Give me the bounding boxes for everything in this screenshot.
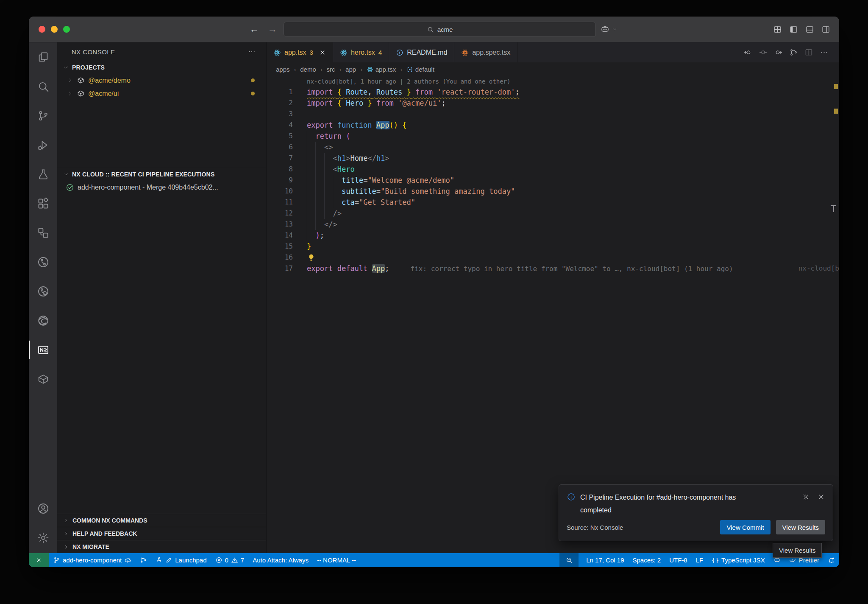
layout-sidebar-left-icon[interactable] [789,25,798,34]
breadcrumb-item-app[interactable]: app [345,66,356,73]
lightbulb-icon[interactable] [307,253,316,262]
notification-toast: CI Pipeline Execution for #add-hero-comp… [559,484,833,541]
section-label: NX MIGRATE [72,543,109,550]
nx-cloud-section-header[interactable]: NX CLOUD :: RECENT CI PIPELINE EXECUTION… [57,168,266,181]
view-commit-button[interactable]: View Commit [720,520,770,534]
copilot-menu[interactable] [600,17,618,42]
status-encoding[interactable]: UTF-8 [665,553,692,567]
status-remote[interactable] [29,553,49,567]
status-commit-graph[interactable] [136,553,151,567]
notification-message: CI Pipeline Execution for #add-hero-comp… [580,491,767,517]
project-item[interactable]: @acme/demo [57,74,266,87]
activity-search[interactable] [29,72,57,101]
forward-arrow-icon[interactable]: → [268,24,277,35]
nav-forward-circle-icon[interactable] [774,48,783,57]
line-content[interactable]: import { Route, Routes } from 'react-rou… [307,87,520,98]
indent-guide [315,219,324,230]
line-content[interactable]: } [307,241,311,252]
warning-icon [231,556,238,564]
activity-containers[interactable] [29,364,57,394]
layout-sidebar-right-icon[interactable] [821,25,830,34]
activity-explorer[interactable] [29,42,57,72]
sidebar-section-help-and-feedback[interactable]: HELP AND FEEDBACK [57,527,266,540]
activity-project-details[interactable] [29,218,57,247]
tab-hero.tsx[interactable]: hero.tsx4 [333,42,389,62]
status-launchpad[interactable]: Launchpad [151,553,211,567]
line-content[interactable]: </> [307,219,337,230]
maximize-window-button[interactable] [63,26,70,33]
status-language[interactable]: {}TypeScript JSX [707,553,769,567]
breadcrumb-item-app.tsx[interactable]: app.tsx [367,66,396,73]
status-indentation[interactable]: Spaces: 2 [629,553,665,567]
status-text: Launchpad [175,556,206,564]
back-arrow-icon[interactable]: ← [250,24,259,35]
status-branch[interactable]: add-hero-component [49,553,136,567]
sidebar-header: NX CONSOLE [57,42,266,61]
commit-graph-icon[interactable] [789,48,798,57]
breadcrumb-item-src[interactable]: src [326,66,335,73]
tab-close-icon[interactable] [319,49,326,56]
activity-edge-tools[interactable] [29,306,57,335]
more-icon[interactable] [820,48,829,57]
line-content[interactable]: return ( [307,131,350,142]
tab-app.spec.tsx[interactable]: app.spec.tsx [454,42,517,62]
notification-close-icon[interactable] [817,493,825,501]
nav-dim-circle-icon[interactable] [759,48,768,57]
close-window-button[interactable] [39,26,45,33]
command-center-search[interactable]: acme [284,22,596,37]
code-editor[interactable]: nx-cloud[bot], 1 hour ago | 2 authors (Y… [267,76,839,553]
nav-back-circle-icon[interactable] [743,48,752,57]
activity-gitlens-inspect[interactable] [29,277,57,306]
activity-nx-console[interactable] [29,335,57,364]
status-text: Spaces: 2 [633,556,661,564]
line-content[interactable]: subtitle="Build something amazing today" [307,186,515,197]
projects-section-header[interactable]: PROJECTS [57,61,266,74]
info-icon [396,49,403,56]
tab-app.tsx[interactable]: app.tsx3 [267,42,333,62]
line-number: 3 [267,109,293,120]
status-eol[interactable]: LF [692,553,708,567]
breadcrumb-item-apps[interactable]: apps [276,66,290,73]
sidebar-collapsed-sections: COMMON NX COMMANDSHELP AND FEEDBACKNX MI… [57,514,266,553]
line-content[interactable]: <> [307,142,333,153]
activity-accounts[interactable] [29,494,57,523]
tab-README.md[interactable]: README.md [389,42,454,62]
status-notifications[interactable] [823,553,839,567]
sidebar-section-common-nx-commands[interactable]: COMMON NX COMMANDS [57,514,266,527]
notification-settings-gear-icon[interactable] [802,493,810,501]
activity-testing[interactable] [29,159,57,189]
more-actions-icon[interactable] [248,48,256,56]
activity-run-and-debug[interactable] [29,130,57,159]
line-content[interactable] [307,252,316,263]
layout-grid-icon[interactable] [773,25,782,34]
line-content[interactable]: cta="Get Started" [307,197,415,208]
pipeline-execution-item[interactable]: add-hero-component - Merge 409b44e5cb02.… [57,181,266,194]
line-content[interactable]: import { Hero } from '@acme/ui'; [307,98,446,109]
line-content[interactable]: <h1>Home</h1> [307,153,389,164]
status-zoom[interactable] [559,553,579,567]
minimize-window-button[interactable] [51,26,58,33]
layout-panel-icon[interactable] [805,25,814,34]
line-content[interactable]: <Hero [307,164,355,175]
breadcrumb-item-demo[interactable]: demo [300,66,316,73]
status-problems[interactable]: 07 [211,553,249,567]
line-content[interactable]: export function App() { [307,120,407,131]
line-content[interactable]: title="Welcome @acme/demo" [307,175,454,186]
indent-guide [307,175,315,186]
activity-settings[interactable] [29,523,57,552]
activity-extensions[interactable] [29,189,57,218]
line-content[interactable]: ); [307,230,324,241]
activity-gitlens[interactable] [29,247,57,277]
view-results-button[interactable]: View Results [776,520,825,534]
sidebar-section-nx-migrate[interactable]: NX MIGRATE [57,540,266,553]
tab-bar: app.tsx3hero.tsx4README.mdapp.spec.tsx [267,42,839,62]
status-auto-attach[interactable]: Auto Attach: Always [248,553,313,567]
status-vim-mode[interactable]: -- NORMAL -- [313,553,360,567]
activity-source-control[interactable] [29,101,57,130]
breadcrumb-item-default[interactable]: default [406,66,434,73]
project-item[interactable]: @acme/ui [57,87,266,100]
split-editor-icon[interactable] [804,48,813,57]
status-cursor-position[interactable]: Ln 17, Col 19 [582,553,628,567]
line-content[interactable]: export default App;fix: correct typo in … [307,263,733,274]
line-content[interactable]: /> [307,208,342,219]
